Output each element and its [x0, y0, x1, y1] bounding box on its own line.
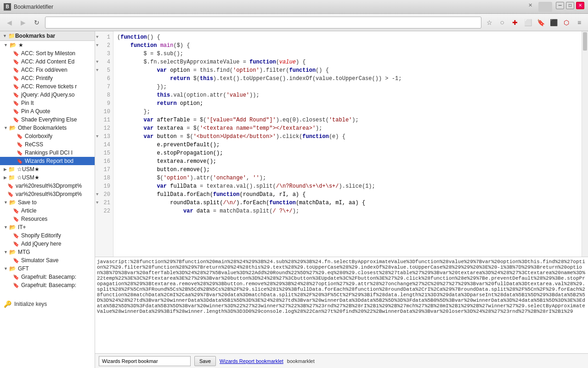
browser-icon-1[interactable]: ○: [497, 17, 507, 28]
bookmark-item[interactable]: 🔖Pin It: [0, 99, 95, 107]
browser-icon-2[interactable]: ✚: [510, 17, 520, 28]
save-to-folder[interactable]: ▼ 📂 Save to: [0, 198, 95, 207]
fold-arrow-icon[interactable]: ▼: [96, 60, 98, 64]
app-title: Bookmarkletifier: [14, 4, 526, 10]
nav-bar: ◀ ▶ ↻ ☆ ○ ✚ ⬜ 🔖 ⬛ ⬡ ≡: [0, 14, 588, 31]
grapefruit-1-item[interactable]: 🔖Grapefruit: Basecamp:: [0, 273, 95, 281]
bookmark-item[interactable]: 🔖Pin A Quote: [0, 107, 95, 115]
code-content[interactable]: (function() { function main($) { $ = $.s…: [113, 31, 582, 257]
browser-icon-6[interactable]: ⬡: [561, 17, 571, 28]
article-item[interactable]: 🔖Article: [0, 207, 95, 215]
line-number: 9: [95, 99, 113, 108]
line-number: 16: [95, 157, 113, 166]
resources-item[interactable]: 🔖Resources: [0, 215, 95, 223]
title-bar: B Bookmarkletifier ✕ ─ □ ✕: [0, 0, 588, 14]
star-folder[interactable]: ▼ 📂 ★: [0, 41, 95, 49]
save-to-arrow: ▼: [4, 200, 8, 205]
recss-item[interactable]: 🔖ReCSS: [0, 140, 95, 149]
fold-arrow-icon[interactable]: ▼: [96, 68, 98, 73]
wizards-report-item[interactable]: 🔖Wizards Report bod: [0, 157, 95, 165]
editor-scrollbar[interactable]: [582, 31, 588, 257]
jquery-item[interactable]: 🔖Add jQuery here: [0, 240, 95, 248]
bookmark-item[interactable]: 🔖ACC: Add Content Ed: [0, 58, 95, 66]
bottom-bar: Save Wizards Report bookmarklet bookmark…: [95, 353, 588, 368]
sidebar: ▼ 📁 Bookmarks bar ▼ 📂 ★ 🔖ACC: Sort by Mi…: [0, 31, 95, 368]
close-tab-btn[interactable]: ✕: [526, 2, 534, 9]
maximize-btn[interactable]: □: [566, 2, 574, 9]
gft-folder[interactable]: ▼ 📂 GFT: [0, 264, 95, 273]
address-bar[interactable]: [45, 17, 481, 29]
shopify-item[interactable]: 🔖Shopify Editorify: [0, 231, 95, 240]
fold-arrow-icon[interactable]: ▼: [96, 134, 98, 139]
bookmark-item[interactable]: 🔖ACC: Remove tickets r: [0, 82, 95, 91]
init-keys-icon: 🔑: [4, 300, 11, 308]
minimize-btn[interactable]: ─: [556, 2, 564, 9]
it-folder[interactable]: ▼ 📂 IT+: [0, 223, 95, 231]
google-shared-folder[interactable]: ▶ 📁 ☆USM★: [0, 173, 95, 182]
bookmarklet-suffix: bookmarklet: [287, 358, 315, 364]
usm-folder[interactable]: ▶ 📁 ☆USM★: [0, 165, 95, 173]
code-line: var fullData = textarea.val().split(/\n?…: [113, 182, 582, 190]
bookmark-item[interactable]: 🔖ACC: Sort by Mileston: [0, 49, 95, 58]
bookmarks-bar-label: Bookmarks bar: [15, 33, 55, 39]
gft-folder-label: GFT: [18, 265, 29, 272]
forward-button[interactable]: ▶: [17, 17, 28, 28]
menu-icon[interactable]: ≡: [574, 17, 584, 28]
bookmark-item[interactable]: 🔖ACC: Fix odd/even: [0, 66, 95, 74]
browser-icon-3[interactable]: ⬜: [523, 17, 533, 28]
back-button[interactable]: ◀: [4, 17, 15, 28]
colorboxify-item[interactable]: 🔖Colorboxify: [0, 132, 95, 140]
line-number: 6: [95, 75, 113, 83]
line-number: ▼2: [95, 41, 113, 50]
grapefruit-2-item[interactable]: 🔖Grapefruit: Basecamp:: [0, 281, 95, 289]
mtg-folder[interactable]: ▼ 📂 MTG: [0, 248, 95, 256]
sidebar-header[interactable]: ▼ 📁 Bookmarks bar: [0, 31, 95, 41]
star-folder-icon: 📂: [10, 42, 17, 48]
google-folder-arrow: ▶: [4, 175, 7, 180]
line-number: 19: [95, 182, 113, 190]
fold-arrow-icon[interactable]: ▼: [96, 201, 98, 205]
bookmark-item[interactable]: 🔖ACC: Printify: [0, 74, 95, 82]
browser-icon-5[interactable]: ⬛: [548, 17, 559, 28]
content-area: ▼1▼23▼4▼56789101112▼13141516171819▼20▼21…: [95, 31, 588, 368]
line-number: ▼21: [95, 199, 113, 207]
mtg-folder-arrow: ▼: [4, 250, 8, 254]
output-area[interactable]: javascript:%28function%29%7Bfunction%20m…: [95, 257, 588, 353]
bookmarklet-link[interactable]: Wizards Report bookmarklet: [220, 358, 283, 364]
line-number: ▼13: [95, 132, 113, 141]
google-folder-icon: 📁: [8, 174, 15, 181]
bookmark-item[interactable]: 🔖jQuery: Add jQuery.so: [0, 91, 95, 99]
line-number: 8: [95, 91, 113, 99]
simulator-save-item[interactable]: 🔖Simulator Save: [0, 256, 95, 264]
var-result-2-item[interactable]: 🔖var%20result%3Dprompt%: [0, 190, 95, 198]
initialize-keys-item[interactable]: 🔑 Initialize keys: [0, 299, 95, 310]
reload-button[interactable]: ↻: [31, 17, 42, 28]
fold-arrow-icon[interactable]: ▼: [96, 43, 98, 48]
usm-folder-arrow: ▶: [4, 167, 7, 172]
var-result-1-item[interactable]: 🔖var%20result%3Dprompt%: [0, 182, 95, 190]
code-line: var afterTable = $('[value="Add Round"]'…: [113, 116, 582, 124]
other-folder-label: Other Bookmarklets: [18, 125, 67, 131]
code-line: return $(this).text().toUpperCase().inde…: [113, 75, 582, 83]
save-to-label: Save to: [18, 199, 37, 206]
close-btn[interactable]: ✕: [576, 2, 584, 9]
rankings-pull-item[interactable]: 🔖Rankings Pull DCI I: [0, 149, 95, 157]
gft-folder-icon: 📂: [9, 265, 16, 272]
line-number: 15: [95, 149, 113, 157]
usm-folder-label: ☆USM★: [17, 166, 40, 172]
other-bookmarklets-folder[interactable]: ▼ 📂 Other Bookmarklets: [0, 124, 95, 132]
code-line: e.stopPropagation();: [113, 149, 582, 157]
it-folder-arrow: ▼: [4, 225, 8, 230]
fold-arrow-icon[interactable]: ▼: [96, 192, 98, 197]
bookmark-name-input[interactable]: [99, 356, 191, 366]
fold-arrow-icon[interactable]: ▼: [96, 35, 98, 40]
shade-everything-else-item[interactable]: 🔖Shade Everything Else: [0, 115, 95, 124]
bookmark-icon[interactable]: ☆: [484, 17, 494, 28]
code-line: $ = $.sub();: [113, 50, 582, 58]
line-number: 11: [95, 116, 113, 124]
browser-icon-4[interactable]: 🔖: [536, 17, 546, 28]
save-to-icon: 📂: [9, 199, 16, 206]
save-button[interactable]: Save: [194, 356, 216, 366]
line-number: 22: [95, 207, 113, 215]
gft-folder-arrow: ▼: [4, 266, 8, 271]
